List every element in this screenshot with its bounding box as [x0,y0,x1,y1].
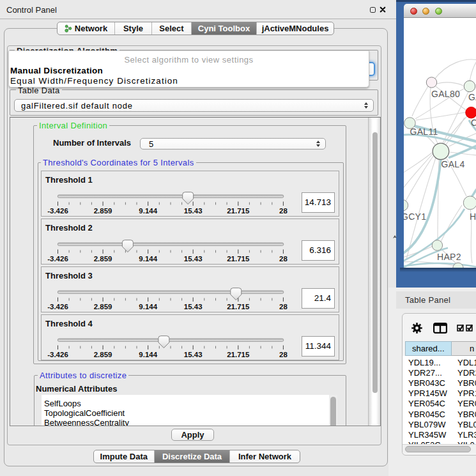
svg-text:21.715: 21.715 [227,254,250,262]
svg-text:GAL80: GAL80 [431,89,460,99]
svg-text:2.859: 2.859 [94,207,112,215]
svg-text:9.144: 9.144 [139,350,157,358]
svg-text:28: 28 [279,350,288,358]
svg-text:C: C [471,118,476,128]
svg-text:GA: GA [468,92,476,102]
svg-text:2.859: 2.859 [94,350,112,358]
svg-text:2.859: 2.859 [94,302,112,310]
svg-text:9.144: 9.144 [139,302,157,310]
svg-text:15.43: 15.43 [184,302,203,310]
svg-text:15.43: 15.43 [184,350,203,358]
svg-text:21.715: 21.715 [227,302,250,310]
svg-text:GAL11: GAL11 [410,127,438,137]
svg-text:28: 28 [279,207,288,215]
svg-text:9.144: 9.144 [139,254,157,262]
svg-text:21.715: 21.715 [227,350,250,358]
svg-text:-3.426: -3.426 [47,254,68,262]
svg-text:HAP2: HAP2 [437,252,461,262]
svg-text:GCY1: GCY1 [404,211,426,222]
svg-text:-3.426: -3.426 [47,302,68,310]
svg-text:28: 28 [279,254,288,262]
svg-text:GAL4: GAL4 [441,159,465,169]
svg-text:-3.426: -3.426 [47,350,68,358]
svg-text:9.144: 9.144 [139,207,157,215]
svg-text:-3.426: -3.426 [47,207,68,215]
svg-text:2.859: 2.859 [94,254,112,262]
svg-text:H: H [470,211,476,222]
svg-text:15.43: 15.43 [184,207,203,215]
svg-text:28: 28 [279,302,288,310]
svg-text:21.715: 21.715 [227,207,250,215]
svg-text:15.43: 15.43 [184,254,203,262]
